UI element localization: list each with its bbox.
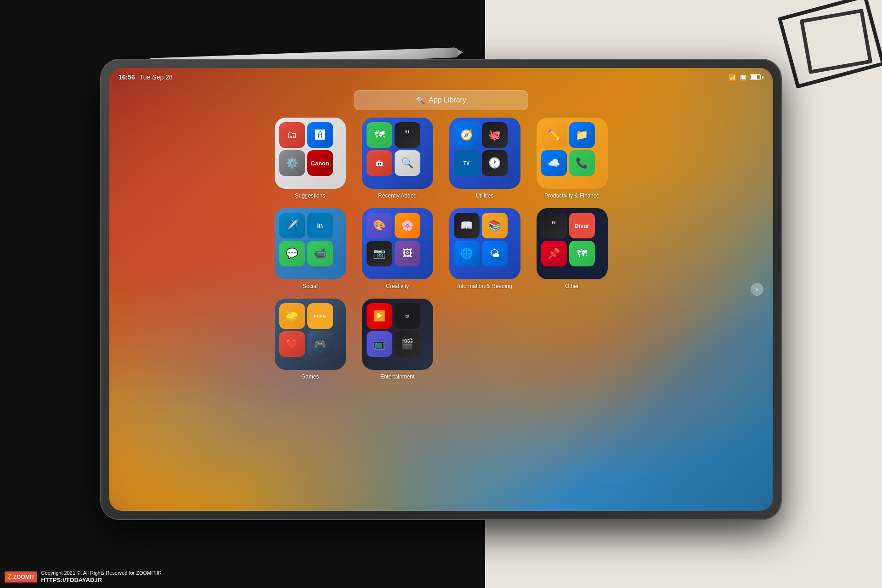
app-icon-lovelive: ❤️ bbox=[279, 331, 305, 357]
app-icon-linkedin: in bbox=[307, 213, 333, 238]
folder-box-other: " Divar 📌 🗺 bbox=[537, 208, 608, 279]
battery-container bbox=[750, 74, 763, 80]
folder-label-productivity: Productivity & Finance bbox=[544, 192, 599, 199]
battery-tip bbox=[762, 76, 763, 79]
folder-box-suggestions: 🗂 🅰 ⚙️ Canon bbox=[275, 118, 346, 189]
battery-fill bbox=[751, 75, 757, 79]
app-icon-maps2: 🗺 bbox=[569, 241, 595, 266]
app-icon-screencap: 🎬 bbox=[395, 331, 420, 357]
tablet-screen: 16:56 Tue Sep 28 📶 ▣ 🔍 App bbox=[109, 68, 773, 511]
folder-label-creativity: Creativity bbox=[386, 283, 409, 289]
app-icon-messages: 💬 bbox=[279, 241, 305, 266]
app-icon-appstore: 🅰 bbox=[307, 122, 333, 148]
folder-utilities[interactable]: 🧭 🐙 TV 🕐 Utilities bbox=[448, 118, 521, 199]
folder-other[interactable]: " Divar 📌 🗺 Other bbox=[535, 208, 609, 289]
folder-label-games: Games bbox=[301, 373, 319, 380]
status-time: 16:56 bbox=[119, 74, 135, 81]
app-icon-safari: 🧭 bbox=[454, 122, 480, 148]
app-icon-files: 📁 bbox=[569, 122, 595, 148]
app-icon-spongebob: 🧽 bbox=[279, 303, 305, 329]
folder-label-other: Other bbox=[565, 283, 579, 289]
folder-box-productivity: ✏️ 📁 ☁️ 📞 bbox=[537, 118, 608, 189]
folder-label-suggestions: Suggestions bbox=[295, 192, 325, 199]
folder-box-utilities: 🧭 🐙 TV 🕐 bbox=[449, 118, 520, 189]
signal-icon: ▣ bbox=[740, 74, 746, 81]
search-magnifier-icon: 🔍 bbox=[416, 96, 425, 105]
search-placeholder: App Library bbox=[429, 96, 466, 104]
app-icon-settings: ⚙️ bbox=[279, 150, 305, 176]
tablet-outer: 16:56 Tue Sep 28 📶 ▣ 🔍 App bbox=[101, 60, 781, 519]
folder-box-games: 🧽 PUBG ❤️ 🎮 bbox=[275, 299, 346, 370]
app-icon-divar: Divar bbox=[569, 213, 595, 238]
folder-box-recently-added: 🗺 " 📅 🔍 bbox=[362, 118, 433, 189]
folder-box-social: ✈️ in 💬 📹 bbox=[275, 208, 346, 279]
app-icon-game4: 🎮 bbox=[307, 331, 333, 357]
watermark: Z ZOOMIT Copyright 2021 ©, All Rights Re… bbox=[5, 570, 162, 583]
app-icon-quotes: " bbox=[395, 122, 420, 148]
app-icon-pubg: PUBG bbox=[307, 303, 333, 329]
app-icon-icloud: ☁️ bbox=[541, 150, 567, 176]
deco-frame-inner bbox=[800, 9, 873, 74]
folder-label-utilities: Utilities bbox=[476, 192, 494, 199]
app-icon-appletv: tv bbox=[395, 303, 420, 329]
folder-box-creativity: 🎨 🌸 📷 🖼 bbox=[362, 208, 433, 279]
app-icon-creativefolder: 🎨 bbox=[367, 213, 392, 238]
empty-slot-2 bbox=[535, 299, 606, 370]
app-icon-photocreate: 🖼 bbox=[395, 241, 420, 266]
app-icon-suitcase: 🗂 bbox=[279, 122, 305, 148]
app-icon-pinterest: 📌 bbox=[541, 241, 567, 266]
app-icon-translate: 🌐 bbox=[454, 241, 480, 266]
app-icon-telegram: ✈️ bbox=[279, 213, 305, 238]
app-icon-photos: 🌸 bbox=[395, 213, 420, 238]
folder-social[interactable]: ✈️ in 💬 📹 Social bbox=[273, 208, 347, 289]
app-icon-books: 📚 bbox=[482, 213, 508, 238]
copyright-text: Copyright 2021 ©, All Rights Reserved fo… bbox=[41, 570, 161, 576]
watermark-url: HTTPS://TODAYAD.IR bbox=[41, 577, 161, 583]
app-icon-maps: 🗺 bbox=[367, 122, 392, 148]
app-icon-tvplayer: 📺 bbox=[367, 331, 392, 357]
wifi-icon: 📶 bbox=[729, 74, 736, 81]
status-bar: 16:56 Tue Sep 28 📶 ▣ bbox=[109, 68, 773, 86]
app-icon-clock: 🕐 bbox=[482, 150, 508, 176]
app-icon-canon: Canon bbox=[307, 150, 333, 176]
empty-slot-1 bbox=[448, 299, 519, 370]
app-icon-octopus: 🐙 bbox=[482, 122, 508, 148]
folder-suggestions[interactable]: 🗂 🅰 ⚙️ Canon Suggestions bbox=[273, 118, 347, 199]
app-icon-quotesblack: " bbox=[541, 213, 567, 238]
folder-entertainment[interactable]: ▶️ tv 📺 🎬 Entertainment bbox=[361, 299, 434, 380]
scroll-indicator[interactable]: › bbox=[751, 283, 763, 296]
folder-label-entertainment: Entertainment bbox=[380, 373, 415, 380]
battery-body bbox=[750, 74, 761, 80]
app-icon-phone: 📞 bbox=[569, 150, 595, 176]
tablet-wrapper: 16:56 Tue Sep 28 📶 ▣ 🔍 App bbox=[101, 60, 781, 519]
app-icon-weather: 🌤 bbox=[482, 241, 508, 266]
folder-creativity[interactable]: 🎨 🌸 📷 🖼 Creativity bbox=[361, 208, 434, 289]
folder-productivity[interactable]: ✏️ 📁 ☁️ 📞 Productivity & Finance bbox=[535, 118, 609, 199]
z-letter: Z bbox=[7, 573, 12, 581]
folder-info-reading[interactable]: 📖 📚 🌐 🌤 Information & Reading bbox=[448, 208, 521, 289]
app-icon-calendar: 📅 bbox=[367, 150, 392, 176]
app-icon-pencil: ✏️ bbox=[541, 122, 567, 148]
folder-recently-added[interactable]: 🗺 " 📅 🔍 Recently Added bbox=[361, 118, 434, 199]
app-icon-youtube: ▶️ bbox=[367, 303, 392, 329]
folder-games[interactable]: 🧽 PUBG ❤️ 🎮 Games bbox=[273, 299, 347, 380]
app-icon-facetime: 📹 bbox=[307, 241, 333, 266]
chevron-right-icon: › bbox=[756, 285, 758, 294]
app-icon-camera: 📷 bbox=[367, 241, 392, 266]
app-icon-magnifier: 🔍 bbox=[395, 150, 420, 176]
app-icon-kindle: 📖 bbox=[454, 213, 480, 238]
status-right-icons: 📶 ▣ bbox=[729, 74, 763, 81]
status-date: Tue Sep 28 bbox=[140, 74, 173, 81]
search-bar[interactable]: 🔍 App Library bbox=[354, 90, 528, 110]
logo-text: ZOOMIT bbox=[13, 574, 35, 580]
zoomit-logo: Z ZOOMIT bbox=[5, 571, 37, 582]
folder-box-info-reading: 📖 📚 🌐 🌤 bbox=[449, 208, 520, 279]
app-grid: 🗂 🅰 ⚙️ Canon Suggestions 🗺 " bbox=[273, 118, 609, 380]
folder-label-info-reading: Information & Reading bbox=[457, 283, 512, 289]
folder-box-entertainment: ▶️ tv 📺 🎬 bbox=[362, 299, 433, 370]
app-icon-teamviewer: TV bbox=[454, 150, 480, 176]
folder-label-social: Social bbox=[303, 283, 318, 289]
folder-label-recently-added: Recently Added bbox=[378, 192, 417, 199]
